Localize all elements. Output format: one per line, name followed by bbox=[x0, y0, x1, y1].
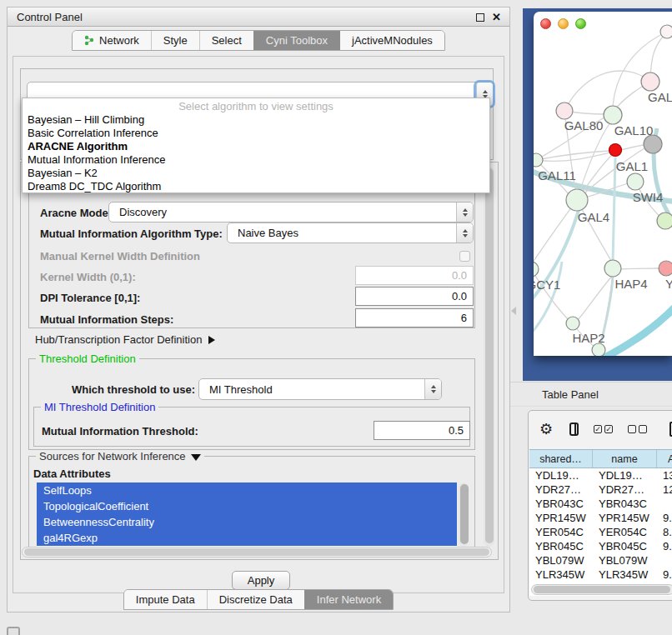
node-label: GAL80 bbox=[564, 118, 604, 132]
close-icon[interactable]: ✕ bbox=[492, 12, 501, 22]
hub-definition-expander[interactable]: Hub/Transcription Factor Definition bbox=[35, 333, 215, 346]
node-gal11[interactable] bbox=[534, 153, 543, 167]
mac-minimize-button[interactable] bbox=[558, 18, 569, 29]
edge bbox=[600, 303, 672, 356]
attribute-item[interactable]: gal4RGexp bbox=[37, 530, 457, 546]
node-salmon[interactable] bbox=[659, 261, 672, 276]
algorithm-option[interactable]: Mutual Information Inference bbox=[23, 153, 489, 167]
which-threshold-value: MI Threshold bbox=[199, 383, 424, 396]
gear-icon[interactable]: ⚙ bbox=[539, 422, 553, 437]
edge bbox=[564, 71, 650, 111]
algorithm-option[interactable]: Basic Correlation Inference bbox=[23, 127, 489, 140]
table-row[interactable]: YLR345W YLR345W 9. bbox=[529, 568, 672, 582]
node-hap2[interactable] bbox=[566, 317, 579, 330]
node-red-selected[interactable] bbox=[609, 144, 622, 157]
table-row[interactable]: YBR043C YBR043C bbox=[529, 497, 672, 511]
kernel-width-label: Kernel Width (0,1): bbox=[40, 271, 136, 283]
column-layout-icon[interactable] bbox=[569, 422, 579, 436]
mi-type-combo[interactable]: Naive Bayes bbox=[227, 222, 474, 243]
hub-definition-label: Hub/Transcription Factor Definition bbox=[35, 333, 202, 346]
settings-hscrollbar[interactable] bbox=[22, 547, 492, 558]
table-hscrollbar[interactable] bbox=[531, 584, 672, 595]
node-gal4[interactable] bbox=[566, 189, 588, 211]
attribute-item[interactable]: SelfLoops bbox=[37, 482, 457, 498]
threshold-definition-title: Threshold Definition bbox=[36, 352, 139, 365]
tab-infer-network[interactable]: Infer Network bbox=[304, 590, 393, 609]
mi-threshold-label: Mutual Information Threshold: bbox=[42, 425, 198, 438]
manual-kernel-label: Manual Kernel Width Definition bbox=[40, 250, 200, 262]
node-gal1[interactable] bbox=[627, 173, 644, 190]
network-canvas[interactable]: GAL GAL80 GAL10 GAL1 GAL11 SWI4 GAL4 GCY… bbox=[534, 12, 672, 356]
select-all-icon[interactable]: ✓✓ bbox=[594, 425, 613, 433]
dpi-tolerance-input[interactable]: 0.0 bbox=[355, 287, 474, 306]
kernel-width-input[interactable]: 0.0 bbox=[355, 266, 474, 285]
column-header-name[interactable]: name bbox=[593, 450, 657, 468]
tab-jactivemnodules[interactable]: jActiveMNodules bbox=[339, 31, 444, 50]
attributes-scrollbar-thumb[interactable] bbox=[460, 484, 469, 544]
node-label: GAL4 bbox=[578, 210, 609, 224]
aracne-mode-combo[interactable]: Discovery bbox=[108, 202, 474, 222]
node-gcy1[interactable] bbox=[534, 262, 539, 277]
tab-cyni-toolbox[interactable]: Cyni Toolbox bbox=[253, 31, 339, 50]
panel-splitter-handle[interactable] bbox=[511, 307, 516, 315]
node-gal10[interactable] bbox=[604, 106, 622, 124]
node-table: shared… name A YDL19… YDL19… 13 YDR27… Y… bbox=[529, 449, 672, 596]
node-gal-partial[interactable] bbox=[641, 72, 659, 91]
attribute-item[interactable]: TopologicalCoefficient bbox=[37, 498, 457, 514]
cyni-toolbox-panel: gal-filtered sif default node Select alg… bbox=[13, 56, 504, 593]
column-header-shared-name[interactable]: shared… bbox=[529, 450, 593, 468]
settings-scrollbar[interactable] bbox=[484, 167, 494, 547]
table-row[interactable]: YER054C YER054C 8. bbox=[529, 525, 672, 539]
algorithm-option[interactable]: Bayesian – K2 bbox=[23, 167, 489, 180]
attributes-scrollbar[interactable] bbox=[459, 482, 469, 547]
table-row[interactable]: YDR27… YDR27… 12 bbox=[529, 482, 672, 497]
node-partial-bottom[interactable] bbox=[592, 343, 605, 356]
which-threshold-combo[interactable]: MI Threshold bbox=[198, 378, 442, 400]
cyni-bottom-tabbar: Impute Data Discretize Data Infer Networ… bbox=[8, 589, 509, 610]
sources-title[interactable]: Sources for Network Inference bbox=[36, 450, 204, 462]
tab-discretize-data[interactable]: Discretize Data bbox=[207, 590, 304, 609]
node-partial-top[interactable] bbox=[660, 25, 672, 38]
data-attributes-list: SelfLoops TopologicalCoefficient Between… bbox=[37, 482, 457, 547]
table-hscrollbar-thumb[interactable] bbox=[534, 586, 670, 593]
float-window-icon[interactable] bbox=[476, 13, 484, 22]
tab-impute-data[interactable]: Impute Data bbox=[124, 590, 207, 609]
node-gray[interactable] bbox=[644, 135, 662, 153]
algorithm-option[interactable]: Dream8 DC_TDC Algorithm bbox=[23, 180, 489, 193]
algorithm-option-selected[interactable]: ARACNE Algorithm bbox=[23, 140, 489, 153]
control-panel-window: Control Panel ✕ Network bbox=[7, 7, 510, 612]
algorithm-option[interactable]: Bayesian – Hill Climbing bbox=[23, 113, 489, 127]
deselect-all-icon[interactable] bbox=[628, 425, 647, 433]
combo-stepper-icon bbox=[424, 379, 441, 399]
expander-collapsed-icon bbox=[208, 336, 215, 344]
node-partial-right[interactable] bbox=[657, 212, 672, 229]
node-hap4[interactable] bbox=[604, 260, 621, 277]
aracne-mode-label: Aracne Mode: bbox=[40, 207, 112, 219]
mi-type-value: Naive Bayes bbox=[228, 227, 456, 239]
algorithm-dropdown-popup: Select algorithm to view settings Bayesi… bbox=[22, 98, 490, 193]
node-gal80[interactable] bbox=[556, 102, 573, 119]
mac-zoom-button[interactable] bbox=[575, 18, 586, 29]
table-row[interactable]: YBR045C YBR045C 9. bbox=[529, 539, 672, 553]
table-row[interactable]: YDL19… YDL19… 13 bbox=[529, 468, 672, 482]
dpi-tolerance-label: DPI Tolerance [0,1]: bbox=[40, 292, 140, 304]
manual-kernel-checkbox[interactable] bbox=[459, 251, 470, 262]
table-row[interactable]: YPR145W YPR145W 9. bbox=[529, 511, 672, 525]
apply-button[interactable]: Apply bbox=[232, 571, 290, 590]
settings-hscrollbar-thumb[interactable] bbox=[24, 548, 489, 556]
mi-threshold-input[interactable]: 0.5 bbox=[374, 421, 470, 440]
column-header-partial[interactable]: A bbox=[657, 450, 672, 468]
attribute-item[interactable]: BetweennessCentrality bbox=[37, 514, 457, 530]
tab-style[interactable]: Style bbox=[151, 31, 199, 50]
settings-scrollbar-thumb[interactable] bbox=[485, 168, 494, 543]
combo-stepper-icon bbox=[456, 202, 473, 222]
network-view-window[interactable]: GAL GAL80 GAL10 GAL1 GAL11 SWI4 GAL4 GCY… bbox=[534, 12, 672, 356]
mi-steps-input[interactable]: 6 bbox=[355, 308, 474, 328]
table-row[interactable]: YBL079W YBL079W bbox=[529, 553, 672, 568]
tab-select[interactable]: Select bbox=[199, 31, 253, 50]
mac-close-button[interactable] bbox=[540, 18, 551, 29]
corner-widget-icon[interactable] bbox=[7, 627, 20, 635]
control-panel-tabbar: Network Style Select Cyni Toolbox jActiv… bbox=[8, 30, 509, 51]
data-attributes-label: Data Attributes bbox=[33, 468, 111, 480]
tab-network[interactable]: Network bbox=[73, 31, 151, 50]
